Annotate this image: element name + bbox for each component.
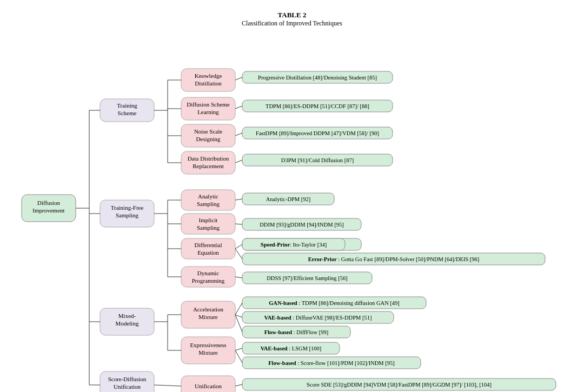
svg-line-108 [235,348,242,350]
svg-line-112 [154,385,181,386]
svg-line-80 [235,244,242,249]
dp-leaf: DDSS [97]/Efficient Sampling [56] [242,272,372,284]
svg-text:FastDPM [89]/Improved DDPM [47: FastDPM [89]/Improved DDPM [47]/VDM [58]… [256,130,379,136]
svg-text:Modeling: Modeling [116,320,139,327]
is-leaf: DDIM [93]/gDDIM [94]/INDM [95] [242,218,361,230]
svg-text:Progressive Distillation [48]/: Progressive Distillation [48]/Denoising … [258,75,377,81]
ddr-leaf: D3PM [91]/Cold Diffusion [87] [242,154,393,166]
kd-leaf: Progressive Distillation [48]/Denoising … [242,71,393,83]
svg-text:Sampling: Sampling [197,224,220,231]
svg-line-101 [235,303,242,315]
analytic-sampling-node: Analytic Sampling [181,190,235,210]
svg-text:Training: Training [117,102,137,109]
tree-diagram: Diffusion Improvement Training Scheme Tr… [16,35,568,392]
svg-text:Error-Prior
          : Gotta : Error-Prior : Gotta Go Fast [89]/DPM-Sol… [308,256,480,262]
svg-line-84 [235,277,242,278]
svg-line-74 [235,224,242,224]
svg-text:Implicit: Implicit [199,217,218,223]
expressiveness-mixture-node: Expressiveness Mixture [181,337,235,364]
svg-text:Improvement: Improvement [32,207,64,214]
am-vae-leaf: VAE-based : DiffuseVAE [98]/ES-DDPM [51] [242,311,394,323]
svg-text:Diffusion Scheme: Diffusion Scheme [187,101,230,108]
svg-text:Acceleration: Acceleration [193,306,224,313]
dsl-leaf: TDPM [86]/ES-DDPM [51]/CCDF [87]/ [88] [242,100,393,112]
svg-text:Sampling: Sampling [116,212,139,218]
implicit-sampling-node: Implicit Sampling [181,214,235,234]
svg-text:Unification: Unification [114,383,141,390]
svg-text:TDPM [86]/ES-DDPM [51]/CCDF [8: TDPM [86]/ES-DDPM [51]/CCDF [87]/ [88] [266,103,369,109]
table-title: TABLE 2 Classification of Improved Techn… [16,11,568,28]
acceleration-mixture-node: Acceleration Mixture [181,301,235,328]
score-diffusion-node: Score-Diffusion Unification [100,371,154,392]
table-number: TABLE 2 [16,11,568,19]
svg-text:DDSS [97]/Efficient Sampling [: DDSS [97]/Efficient Sampling [56] [267,275,347,281]
table-subtitle: Classification of Improved Techniques [16,19,568,28]
knowledge-distillation-node: Knowledge Distillation [181,69,235,91]
svg-text:Unification: Unification [195,383,222,389]
em-flow-leaf: Flow-based : Score-flow [101]/PDM [102]/… [242,357,421,369]
svg-text:Score-Diffusion: Score-Diffusion [108,376,147,382]
svg-text:Mixture: Mixture [198,314,218,320]
svg-text:Learning: Learning [197,109,219,115]
svg-line-109 [235,350,242,363]
svg-text:Data Distribution: Data Distribution [188,155,229,162]
svg-text:Mixture: Mixture [198,349,218,356]
data-distribution-node: Data Distribution Replacement [181,151,235,174]
svg-line-81 [235,249,242,259]
noise-scale-node: Noise Scale Designing [181,124,235,147]
svg-text:VAE-based
          : LSGM [10: VAE-based : LSGM [100] [261,346,322,351]
de-error-leaf: Error-Prior : Gotta Go Fast [89]/DPM-Sol… [242,253,545,265]
svg-text:Noise Scale: Noise Scale [194,128,222,135]
svg-text:Distillation: Distillation [195,80,222,87]
unification-node: Unification [181,376,235,392]
training-scheme-node: Training Scheme [100,99,154,122]
svg-line-47 [235,133,242,136]
nsd-leaf: FastDPM [89]/Improved DDPM [47]/VDM [58]… [242,127,393,139]
svg-text:Differential: Differential [194,242,222,248]
svg-text:Scheme: Scheme [118,110,137,116]
svg-text:Speed-Prior: Ito-Taylor [34]: Speed-Prior: Ito-Taylor [34] [261,242,327,248]
svg-text:D3PM [91]/Cold Diffusion [87]: D3PM [91]/Cold Diffusion [87] [281,157,354,163]
am-flow-leaf: Flow-based : DiffFlow [99] [242,326,350,338]
differential-equation-node: Differential Equation [181,238,235,259]
mixed-modeling-node: Mixed- Modeling [100,308,154,335]
svg-text:Flow-based
          : Score-f: Flow-based : Score-flow [101]/PDM [102]/… [268,360,395,366]
unif-leaf: Score SDE [53]/gDDIM [94]VDM [58]/FastDP… [242,378,556,390]
em-vae-leaf: VAE-based : LSGM [100] [242,342,340,354]
training-free-node: Training-Free Sampling [100,200,154,227]
svg-line-103 [235,315,242,332]
tree-svg: Diffusion Improvement Training Scheme Tr… [16,35,579,392]
svg-text:Sampling: Sampling [197,201,220,207]
svg-line-44 [235,106,242,109]
svg-text:Diffusion: Diffusion [37,200,60,206]
dynamic-programming-node: Dynamic Programming [181,267,235,287]
svg-text:VAE-based
          : DiffuseV: VAE-based : DiffuseVAE [98]/ES-DDPM [51] [264,315,372,321]
svg-text:Designing: Designing [196,136,221,142]
svg-text:Programming: Programming [192,277,225,284]
svg-line-41 [235,77,242,80]
svg-text:Analytic: Analytic [198,193,218,200]
svg-text:Expressiveness: Expressiveness [190,342,226,348]
svg-text:Analytic-DPM [92]: Analytic-DPM [92] [266,196,311,202]
svg-text:Knowledge: Knowledge [195,72,222,79]
svg-text:Dynamic: Dynamic [197,270,219,276]
svg-text:Training-Free: Training-Free [111,204,144,211]
svg-text:Score SDE [53]/gDDIM [94]VDM [: Score SDE [53]/gDDIM [94]VDM [58]/FastDP… [307,382,492,388]
svg-text:DDIM [93]/gDDIM [94]/INDM [95]: DDIM [93]/gDDIM [94]/INDM [95] [260,222,343,228]
svg-text:GAN-based
          : TDPM [86: GAN-based : TDPM [86]/Denoising diffusio… [269,300,400,306]
diffusion-scheme-node: Diffusion Scheme Learning [181,97,235,120]
svg-line-115 [235,384,242,386]
svg-text:Flow-based
          : DiffFlo: Flow-based : DiffFlow [99] [264,329,329,335]
svg-text:Equation: Equation [197,249,219,256]
svg-text:Mixed-: Mixed- [118,313,136,319]
svg-line-50 [235,160,242,163]
page: TABLE 2 Classification of Improved Techn… [5,5,579,392]
root-node: Diffusion Improvement [22,195,76,222]
svg-line-71 [235,199,242,200]
am-gan-leaf: GAN-based : TDPM [86]/Denoising diffusio… [242,297,426,309]
as-leaf: Analytic-DPM [92] [242,193,334,205]
svg-text:Replacement: Replacement [193,163,223,169]
